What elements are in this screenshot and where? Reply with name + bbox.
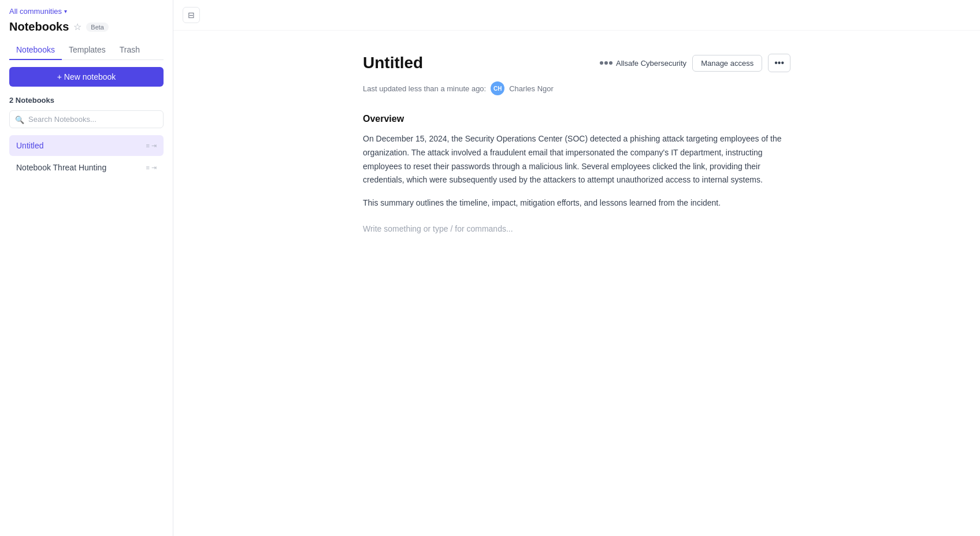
main-content: ⊟ Untitled Allsafe Cybersecurity Manage … — [173, 0, 980, 536]
new-notebook-button[interactable]: + New notebook — [9, 67, 164, 87]
avatar: CH — [491, 81, 504, 95]
notebook-item-label: Untitled — [16, 141, 43, 150]
search-icon: 🔍 — [15, 115, 24, 124]
community-dot — [600, 61, 603, 65]
notebook-item-label: Notebook Threat Hunting — [16, 163, 106, 172]
overview-heading: Overview — [363, 114, 790, 124]
sidebar: All communities ▾ Notebooks ☆ Beta Noteb… — [0, 0, 173, 536]
manage-access-button[interactable]: Manage access — [692, 55, 762, 72]
paragraph1: On December 15, 2024, the Security Opera… — [363, 132, 790, 187]
paragraph2: This summary outlines the timeline, impa… — [363, 196, 790, 210]
community-dot2 — [604, 61, 608, 65]
notebook-item-untitled[interactable]: Untitled ≡ ⇥ — [9, 135, 164, 156]
community-info: Allsafe Cybersecurity — [600, 59, 686, 68]
tab-templates[interactable]: Templates — [62, 40, 113, 60]
notebook-header: Untitled Allsafe Cybersecurity Manage ac… — [363, 54, 790, 72]
last-updated-text: Last updated less than a minute ago: — [363, 84, 486, 93]
last-updated: Last updated less than a minute ago: CH … — [363, 81, 790, 95]
sidebar-toggle-icon: ⊟ — [188, 10, 195, 20]
main-toolbar: ⊟ — [173, 0, 980, 31]
community-label: All communities — [9, 7, 62, 16]
more-options-button[interactable]: ••• — [768, 54, 790, 72]
community-link[interactable]: All communities ▾ — [9, 7, 164, 16]
chevron-down-icon: ▾ — [64, 8, 67, 14]
notebook-body: Untitled Allsafe Cybersecurity Manage ac… — [317, 31, 837, 256]
community-dot3 — [609, 61, 612, 65]
page-title: Notebooks — [9, 20, 69, 34]
community-icon — [600, 61, 612, 65]
author-name: Charles Ngor — [509, 84, 554, 93]
notebook-item-actions-threat: ≡ ⇥ — [146, 164, 157, 172]
star-icon[interactable]: ☆ — [73, 21, 81, 32]
notebook-title: Untitled — [363, 54, 423, 72]
search-box: 🔍 — [9, 110, 164, 128]
write-placeholder[interactable]: Write something or type / for commands..… — [363, 224, 790, 233]
tabs: Notebooks Templates Trash — [9, 40, 164, 60]
beta-badge: Beta — [86, 23, 109, 32]
tab-notebooks[interactable]: Notebooks — [9, 40, 62, 60]
notebook-list: Untitled ≡ ⇥ Notebook Threat Hunting ≡ ⇥ — [9, 135, 164, 178]
notebooks-header: Notebooks ☆ Beta — [9, 20, 164, 34]
tab-trash[interactable]: Trash — [113, 40, 147, 60]
community-name: Allsafe Cybersecurity — [616, 59, 686, 68]
notebook-header-right: Allsafe Cybersecurity Manage access ••• — [600, 54, 790, 72]
search-input[interactable] — [9, 110, 164, 128]
notebook-item-threat-hunting[interactable]: Notebook Threat Hunting ≡ ⇥ — [9, 157, 164, 178]
sidebar-toggle-button[interactable]: ⊟ — [183, 7, 200, 23]
notebooks-count: 2 Notebooks — [9, 96, 164, 105]
notebook-item-actions-untitled: ≡ ⇥ — [146, 142, 157, 150]
